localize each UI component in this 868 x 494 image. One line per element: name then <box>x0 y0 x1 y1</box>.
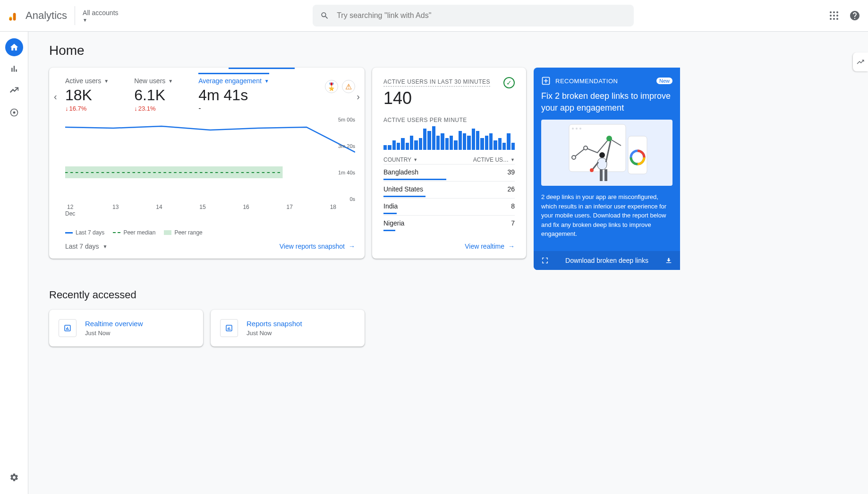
nav-home[interactable] <box>5 38 23 56</box>
svg-rect-33 <box>66 328 67 330</box>
metric-2[interactable]: Average engagement ▼ 4m 41s - <box>198 77 269 112</box>
country-row[interactable]: India8 <box>383 198 515 214</box>
realtime-label: ACTIVE USERS IN LAST 30 MINUTES <box>383 78 490 87</box>
country-column-header[interactable]: COUNTRY ▼ <box>383 156 417 163</box>
minute-bar <box>423 129 426 150</box>
account-selector[interactable]: All accounts ▼ <box>83 9 118 23</box>
svg-point-4 <box>830 11 832 13</box>
country-row[interactable]: United States26 <box>383 181 515 197</box>
status-ok-icon[interactable]: ✓ <box>503 77 515 88</box>
nav-reports[interactable] <box>5 60 23 78</box>
report-icon <box>59 319 77 337</box>
country-value: 7 <box>511 219 515 227</box>
badge-warning-icon[interactable]: ⚠ <box>342 80 355 93</box>
svg-point-24 <box>606 136 612 141</box>
caret-down-icon: ▼ <box>104 78 109 84</box>
expand-icon <box>541 257 549 264</box>
metric-label[interactable]: Active users ▼ <box>65 77 109 85</box>
sidebar <box>0 32 28 494</box>
minute-bar <box>489 133 493 150</box>
app-header: Analytics All accounts ▼ <box>0 0 868 32</box>
minute-bar <box>498 138 502 150</box>
metric-0[interactable]: Active users ▼ 18K ↓ 16.7% <box>65 77 109 112</box>
recent-title: Reports snapshot <box>247 320 302 328</box>
search-box[interactable] <box>313 5 634 26</box>
svg-point-6 <box>836 11 838 13</box>
search-icon <box>320 11 329 20</box>
realtime-card: ACTIVE USERS IN LAST 30 MINUTES ✓ 140 AC… <box>372 68 526 259</box>
metric-label[interactable]: Average engagement ▼ <box>198 73 269 85</box>
engagement-chart: 5m 00s 3m 20s 1m 40s 0s 12Dec13141516171… <box>65 117 355 225</box>
active-users-column-header[interactable]: ACTIVE US… ▼ <box>473 156 515 163</box>
country-row[interactable]: Bangladesh39 <box>383 164 515 180</box>
view-realtime-link[interactable]: View realtime → <box>465 243 515 250</box>
x-tick: 14 <box>156 204 162 217</box>
country-name: United States <box>383 185 423 193</box>
nav-explore[interactable] <box>5 82 23 100</box>
recommendation-icon <box>541 76 551 86</box>
search-input[interactable] <box>337 11 626 20</box>
country-bar <box>383 179 446 180</box>
minute-bar <box>502 143 506 150</box>
metric-label[interactable]: New users ▼ <box>134 77 173 85</box>
logo-block[interactable]: Analytics <box>8 6 75 25</box>
realtime-value: 140 <box>383 88 515 108</box>
per-minute-chart <box>383 126 515 150</box>
metric-delta: ↓ 23.1% <box>134 105 173 112</box>
minute-bar <box>476 131 479 150</box>
analytics-logo-icon <box>8 9 21 22</box>
insights-toggle[interactable] <box>853 52 868 71</box>
minute-bar <box>427 131 431 150</box>
download-icon <box>665 257 672 264</box>
svg-point-11 <box>833 18 835 20</box>
caret-down-icon: ▼ <box>168 78 173 84</box>
country-name: Bangladesh <box>383 168 418 176</box>
svg-rect-26 <box>597 158 607 170</box>
svg-point-8 <box>833 15 835 17</box>
svg-point-20 <box>576 128 578 130</box>
nav-admin[interactable] <box>5 468 23 486</box>
country-row[interactable]: Nigeria7 <box>383 215 515 231</box>
minute-bar <box>445 138 449 150</box>
help-icon[interactable] <box>849 10 860 21</box>
metric-value: 4m 41s <box>198 87 269 104</box>
country-bar <box>383 213 397 214</box>
minute-bar <box>472 129 475 150</box>
recent-card[interactable]: Reports snapshot Just Now <box>211 310 365 347</box>
country-name: India <box>383 202 398 210</box>
metrics-next[interactable]: › <box>357 91 360 102</box>
recent-time: Just Now <box>85 329 143 337</box>
country-value: 26 <box>507 185 515 193</box>
chart-legend: Last 7 days Peer median Peer range <box>65 229 365 236</box>
y-tick: 5m 00s <box>338 117 355 122</box>
apps-icon[interactable] <box>828 10 840 21</box>
minute-bar <box>401 138 404 150</box>
metric-delta: ↓ 16.7% <box>65 105 109 112</box>
minute-bar <box>480 138 484 150</box>
recommendation-title: Fix 2 broken deep links to improve your … <box>534 90 680 120</box>
country-value: 39 <box>507 168 515 176</box>
minute-bar <box>511 143 515 150</box>
svg-point-13 <box>13 112 15 114</box>
per-minute-label: ACTIVE USERS PER MINUTE <box>383 117 515 123</box>
recommendation-cta[interactable]: Download broken deep links <box>534 251 680 270</box>
recent-card[interactable]: Realtime overview Just Now <box>49 310 203 347</box>
badge-medal-icon[interactable]: 🎖️ <box>325 80 338 93</box>
minute-bar <box>392 140 396 150</box>
recently-accessed-section: Recently accessed Realtime overview Just… <box>49 289 868 347</box>
nav-advertising[interactable] <box>5 104 23 121</box>
view-reports-snapshot-link[interactable]: View reports snapshot → <box>280 243 355 250</box>
main-content: Home ‹ Active users ▼ 18K ↓ 16.7% New us… <box>28 32 868 494</box>
minute-bar <box>494 140 497 150</box>
svg-point-23 <box>584 146 587 150</box>
date-range-selector[interactable]: Last 7 days ▼ <box>65 243 108 250</box>
minute-bar <box>436 136 440 150</box>
minute-bar <box>414 140 417 150</box>
page-title: Home <box>49 43 868 58</box>
recommendation-description: 2 deep links in your app are misconfigur… <box>534 186 680 251</box>
country-bar <box>383 230 395 231</box>
metric-value: 18K <box>65 87 109 104</box>
metric-1[interactable]: New users ▼ 6.1K ↓ 23.1% <box>134 77 173 112</box>
svg-point-19 <box>572 128 574 130</box>
metrics-prev[interactable]: ‹ <box>54 91 57 102</box>
